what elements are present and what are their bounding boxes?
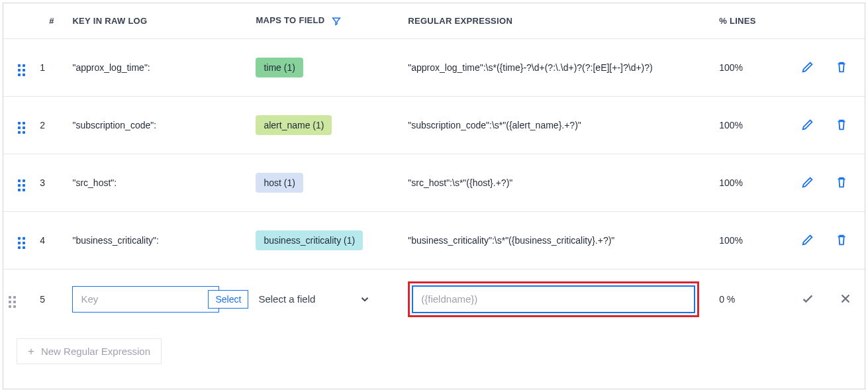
field-badge: alert_name (1) xyxy=(256,115,332,135)
table-header-row: # KEY IN RAW LOG MAPS TO FIELD REGULAR E… xyxy=(3,3,865,38)
edit-button[interactable] xyxy=(800,232,816,248)
row-key: "approx_log_time": xyxy=(67,38,250,96)
row-key: "subscription_code": xyxy=(67,96,250,154)
table-row: 1 "approx_log_time": time (1) "approx_lo… xyxy=(3,38,865,96)
field-select-placeholder: Select a field xyxy=(258,293,315,305)
field-badge: business_criticality (1) xyxy=(256,230,363,250)
table-row-editing: 5 Select Select a field xyxy=(3,269,865,329)
row-lines: 100% xyxy=(714,96,789,154)
drag-handle-icon[interactable] xyxy=(9,296,16,308)
delete-button[interactable] xyxy=(834,174,849,190)
field-badge: time (1) xyxy=(256,58,303,77)
header-field-label: MAPS TO FIELD xyxy=(256,15,324,25)
delete-button[interactable] xyxy=(834,232,849,248)
row-regex: "subscription_code":\s*"({alert_name}.+?… xyxy=(403,96,714,154)
row-key: "src_host": xyxy=(67,154,250,211)
row-index: 5 xyxy=(34,269,67,329)
plus-icon: + xyxy=(28,346,34,357)
header-edit xyxy=(789,3,826,38)
header-drag xyxy=(3,3,34,38)
edit-button[interactable] xyxy=(800,174,816,190)
regex-mapping-panel: # KEY IN RAW LOG MAPS TO FIELD REGULAR E… xyxy=(3,3,865,389)
delete-button[interactable] xyxy=(834,59,849,75)
row-regex: "business_criticality":\s*"({business_cr… xyxy=(403,211,714,269)
header-index: # xyxy=(34,3,67,38)
field-badge: host (1) xyxy=(256,173,303,193)
table-row: 3 "src_host": host (1) "src_host":\s*"({… xyxy=(3,154,865,211)
regex-highlight-box xyxy=(408,281,699,317)
field-select[interactable]: Select a field xyxy=(256,286,375,313)
row-regex: "approx_log_time":\s*({time}-?\d+(?:\.\d… xyxy=(403,38,714,96)
row-lines: 100% xyxy=(714,154,789,211)
row-key: "business_criticality": xyxy=(67,211,250,269)
cancel-button[interactable] xyxy=(838,291,853,307)
key-input[interactable] xyxy=(79,293,208,305)
row-lines: 100% xyxy=(714,38,789,96)
mapping-table: # KEY IN RAW LOG MAPS TO FIELD REGULAR E… xyxy=(3,3,865,329)
table-footer: + New Regular Expression xyxy=(3,329,865,373)
header-delete xyxy=(826,3,865,38)
table-row: 2 "subscription_code": alert_name (1) "s… xyxy=(3,96,865,154)
header-lines: % LINES xyxy=(714,3,789,38)
header-regex: REGULAR EXPRESSION xyxy=(403,3,714,38)
row-lines: 100% xyxy=(714,211,789,269)
row-index: 4 xyxy=(34,211,67,269)
key-input-wrap: Select xyxy=(72,286,219,313)
drag-handle-icon[interactable] xyxy=(18,237,25,249)
row-regex: "src_host":\s*"({host}.+?)" xyxy=(403,154,714,211)
new-regex-label: New Regular Expression xyxy=(41,346,150,357)
edit-button[interactable] xyxy=(800,117,816,132)
table-row: 4 "business_criticality": business_criti… xyxy=(3,211,865,269)
regex-input[interactable] xyxy=(412,285,695,313)
chevron-down-icon xyxy=(359,293,371,305)
row-lines: 0 % xyxy=(714,269,789,329)
drag-handle-icon[interactable] xyxy=(18,122,25,134)
row-index: 3 xyxy=(34,154,67,211)
new-regex-button[interactable]: + New Regular Expression xyxy=(17,338,162,364)
row-index: 1 xyxy=(34,38,67,96)
header-key: KEY IN RAW LOG xyxy=(67,3,250,38)
delete-button[interactable] xyxy=(834,117,849,132)
select-key-button[interactable]: Select xyxy=(208,290,248,309)
row-index: 2 xyxy=(34,96,67,154)
edit-button[interactable] xyxy=(800,59,816,75)
header-field[interactable]: MAPS TO FIELD xyxy=(250,3,403,38)
drag-handle-icon[interactable] xyxy=(18,64,25,76)
drag-handle-icon[interactable] xyxy=(18,179,25,191)
filter-icon[interactable] xyxy=(331,16,342,26)
confirm-button[interactable] xyxy=(800,291,816,307)
